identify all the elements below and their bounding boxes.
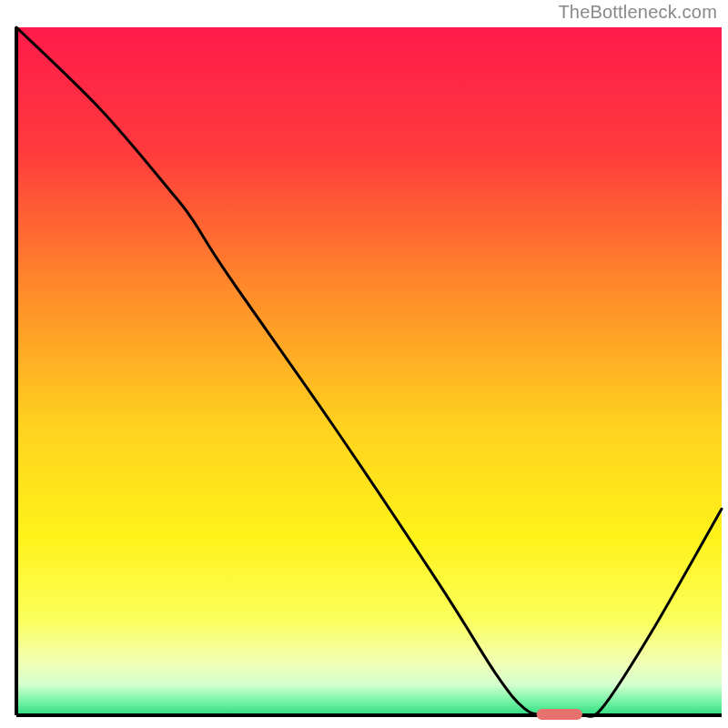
gradient-background: [16, 27, 722, 715]
optimal-marker: [537, 709, 582, 720]
watermark-text: TheBottleneck.com: [558, 2, 717, 23]
chart-container: TheBottleneck.com: [0, 0, 728, 728]
bottleneck-chart: [0, 0, 728, 728]
